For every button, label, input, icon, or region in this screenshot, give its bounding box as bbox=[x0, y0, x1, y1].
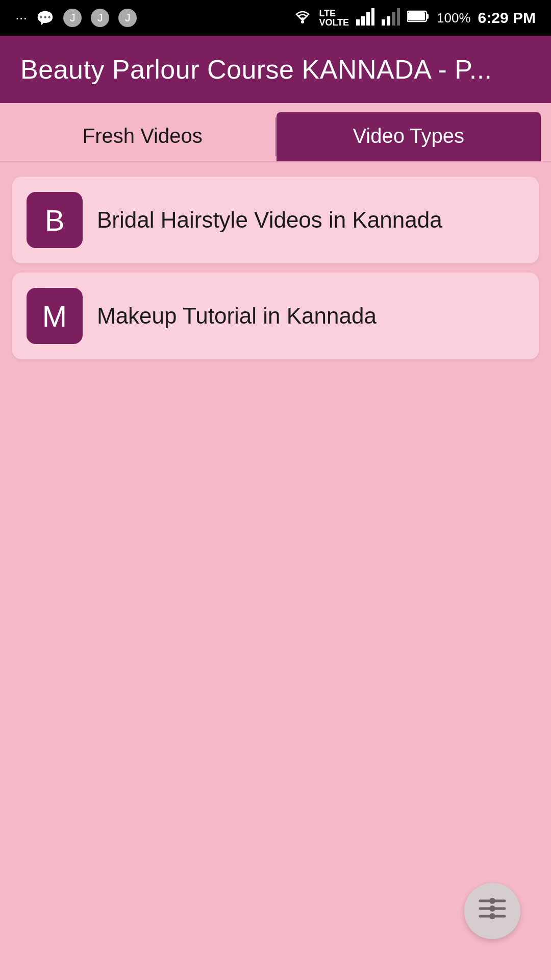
app-title: Beauty Parlour Course KANNADA - P... bbox=[20, 54, 531, 85]
svg-rect-4 bbox=[371, 8, 374, 26]
status-bar-right: LTE VOLTE 100% bbox=[293, 7, 536, 29]
fab-menu-icon bbox=[478, 896, 507, 926]
content-area: B Bridal Hairstyle Videos in Kannada M M… bbox=[0, 162, 551, 877]
svg-rect-8 bbox=[397, 8, 400, 26]
app-header: Beauty Parlour Course KANNADA - P... bbox=[0, 36, 551, 103]
tab-video-types[interactable]: Video Types bbox=[277, 112, 541, 161]
status-bar: ··· 💬 J J J LTE VOLTE bbox=[0, 0, 551, 36]
list-item-makeup-tutorial[interactable]: M Makeup Tutorial in Kannada bbox=[12, 273, 539, 359]
jio-icon-3: J bbox=[118, 9, 137, 27]
fab-menu-button[interactable] bbox=[464, 883, 520, 939]
svg-point-16 bbox=[489, 905, 495, 912]
bridal-hairstyle-label: Bridal Hairstyle Videos in Kannada bbox=[97, 205, 442, 234]
status-bar-left: ··· 💬 J J J bbox=[15, 9, 137, 27]
status-time: 6:29 PM bbox=[478, 9, 536, 27]
battery-icon bbox=[407, 9, 430, 27]
tab-fresh-videos[interactable]: Fresh Videos bbox=[10, 112, 275, 161]
signal-bars-icon bbox=[356, 7, 374, 29]
svg-point-0 bbox=[301, 20, 304, 23]
sim2-signal-icon bbox=[382, 7, 400, 29]
jio-icon-2: J bbox=[91, 9, 109, 27]
makeup-tutorial-label: Makeup Tutorial in Kannada bbox=[97, 301, 377, 330]
notification-dots-icon: ··· bbox=[15, 10, 27, 26]
bridal-icon-letter: B bbox=[45, 203, 65, 237]
jio-icon-1: J bbox=[63, 9, 82, 27]
svg-point-15 bbox=[489, 898, 495, 904]
battery-percentage: 100% bbox=[437, 10, 471, 26]
svg-rect-3 bbox=[366, 12, 370, 26]
list-item-bridal-hairstyle[interactable]: B Bridal Hairstyle Videos in Kannada bbox=[12, 177, 539, 263]
makeup-tutorial-icon: M bbox=[27, 288, 83, 344]
lte-volte-label: LTE VOLTE bbox=[319, 9, 349, 27]
svg-rect-5 bbox=[382, 19, 385, 26]
svg-rect-10 bbox=[427, 14, 429, 19]
wifi-icon bbox=[293, 9, 312, 27]
svg-point-17 bbox=[489, 913, 495, 919]
bridal-hairstyle-icon: B bbox=[27, 192, 83, 248]
svg-rect-7 bbox=[392, 12, 395, 26]
makeup-icon-letter: M bbox=[42, 299, 67, 333]
tab-bar: Fresh Videos Video Types bbox=[0, 103, 551, 162]
svg-rect-1 bbox=[356, 19, 360, 26]
svg-rect-11 bbox=[408, 12, 425, 20]
svg-rect-6 bbox=[387, 16, 390, 26]
message-icon: 💬 bbox=[36, 10, 54, 27]
svg-rect-2 bbox=[361, 16, 365, 26]
